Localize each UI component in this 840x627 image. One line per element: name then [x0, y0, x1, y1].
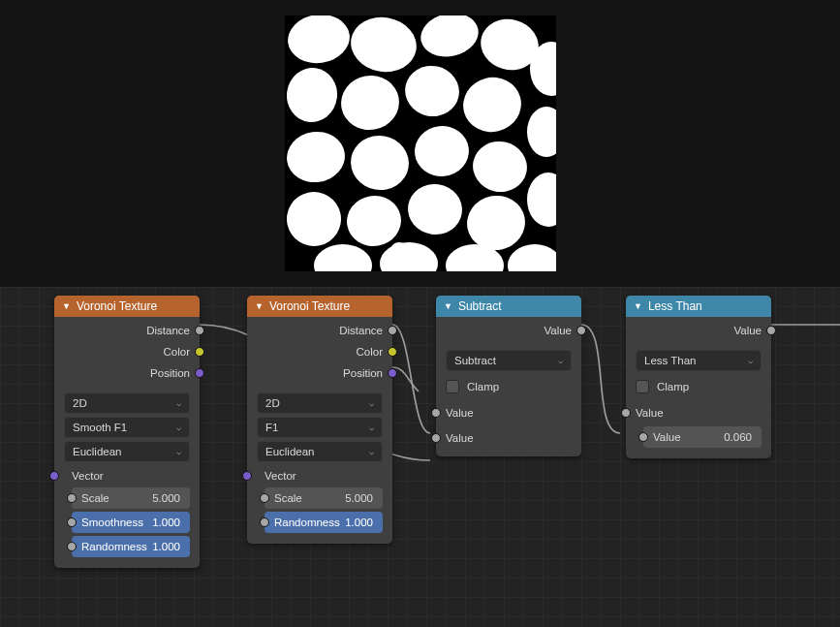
node-voronoi-texture-a[interactable]: ▼ Voronoi Texture Distance Color Positio… [54, 296, 200, 568]
texture-preview [285, 16, 556, 271]
operation-select[interactable]: Subtract⌵ [446, 350, 572, 371]
threshold-field[interactable]: Value 0.060 [643, 426, 762, 448]
chevron-down-icon: ⌵ [748, 356, 753, 365]
node-title: Less Than [648, 299, 702, 313]
output-value: Value [626, 320, 771, 341]
socket-in-randomness[interactable] [67, 542, 77, 551]
output-value: Value [436, 320, 581, 341]
socket-out-position[interactable] [195, 368, 204, 378]
socket-in-smoothness[interactable] [67, 517, 77, 527]
input-vector: Vector [72, 467, 190, 485]
clamp-checkbox-row[interactable]: Clamp [446, 377, 572, 396]
chevron-down-icon: ⌵ [369, 447, 374, 456]
socket-out-color[interactable] [195, 347, 204, 357]
operation-select[interactable]: Less Than⌵ [636, 350, 762, 371]
socket-out-value[interactable] [766, 326, 776, 335]
output-distance: Distance [54, 320, 200, 341]
output-position: Position [54, 362, 200, 384]
dimensions-select[interactable]: 2D⌵ [257, 392, 383, 414]
socket-in-scale[interactable] [260, 493, 269, 503]
clamp-checkbox-row[interactable]: Clamp [636, 377, 762, 396]
collapse-icon[interactable]: ▼ [444, 301, 452, 311]
scale-field[interactable]: Scale 5.000 [264, 487, 383, 509]
socket-out-position[interactable] [388, 368, 397, 378]
node-math-less-than[interactable]: ▼ Less Than Value Less Than⌵ Clamp Value [626, 296, 771, 458]
input-vector: Vector [264, 467, 383, 485]
chevron-down-icon: ⌵ [369, 423, 374, 432]
clamp-checkbox[interactable] [636, 380, 649, 393]
socket-in-randomness[interactable] [260, 517, 269, 527]
chevron-down-icon: ⌵ [176, 398, 181, 408]
feature-select[interactable]: F1⌵ [257, 417, 383, 438]
collapse-icon[interactable]: ▼ [62, 301, 71, 311]
node-title: Subtract [458, 299, 502, 313]
node-title: Voronoi Texture [269, 299, 350, 313]
input-value-b: Value [436, 427, 581, 449]
output-distance: Distance [247, 320, 392, 341]
node-header[interactable]: ▼ Voronoi Texture [54, 296, 200, 317]
node-voronoi-texture-b[interactable]: ▼ Voronoi Texture Distance Color Positio… [247, 296, 392, 544]
socket-in-vector[interactable] [242, 471, 252, 481]
socket-out-color[interactable] [388, 347, 397, 357]
socket-in-value-b[interactable] [431, 433, 441, 443]
output-color: Color [54, 341, 200, 362]
distance-metric-select[interactable]: Euclidean⌵ [64, 441, 190, 462]
socket-in-scale[interactable] [67, 493, 77, 503]
node-header[interactable]: ▼ Subtract [436, 296, 581, 317]
randomness-field[interactable]: Randomness 1.000 [264, 512, 383, 533]
svg-point-24 [391, 242, 407, 254]
randomness-field[interactable]: Randomness 1.000 [72, 536, 190, 557]
feature-select[interactable]: Smooth F1⌵ [64, 417, 190, 438]
socket-out-distance[interactable] [388, 326, 397, 335]
node-editor[interactable]: ▼ Voronoi Texture Distance Color Positio… [0, 287, 840, 627]
node-title: Voronoi Texture [77, 299, 157, 313]
socket-out-distance[interactable] [195, 326, 204, 335]
preview-area [0, 0, 840, 287]
output-position: Position [247, 362, 392, 384]
socket-out-value[interactable] [576, 326, 586, 335]
scale-field[interactable]: Scale 5.000 [72, 487, 190, 509]
clamp-checkbox[interactable] [446, 380, 459, 393]
dimensions-select[interactable]: 2D⌵ [64, 392, 190, 414]
socket-in-vector[interactable] [49, 471, 59, 481]
collapse-icon[interactable]: ▼ [255, 301, 264, 311]
socket-in-value-b[interactable] [638, 432, 648, 442]
smoothness-field[interactable]: Smoothness 1.000 [72, 512, 190, 533]
collapse-icon[interactable]: ▼ [634, 301, 642, 311]
chevron-down-icon: ⌵ [369, 398, 374, 408]
node-math-subtract[interactable]: ▼ Subtract Value Subtract⌵ Clamp Value [436, 296, 581, 456]
socket-in-value-a[interactable] [621, 408, 631, 418]
socket-in-value-a[interactable] [431, 408, 441, 418]
chevron-down-icon: ⌵ [176, 423, 181, 432]
output-color: Color [247, 341, 392, 362]
input-value-a: Value [626, 402, 771, 423]
chevron-down-icon: ⌵ [558, 356, 563, 365]
node-header[interactable]: ▼ Voronoi Texture [247, 296, 392, 317]
distance-metric-select[interactable]: Euclidean⌵ [257, 441, 383, 462]
chevron-down-icon: ⌵ [176, 447, 181, 456]
node-header[interactable]: ▼ Less Than [626, 296, 771, 317]
input-value-a: Value [436, 402, 581, 423]
